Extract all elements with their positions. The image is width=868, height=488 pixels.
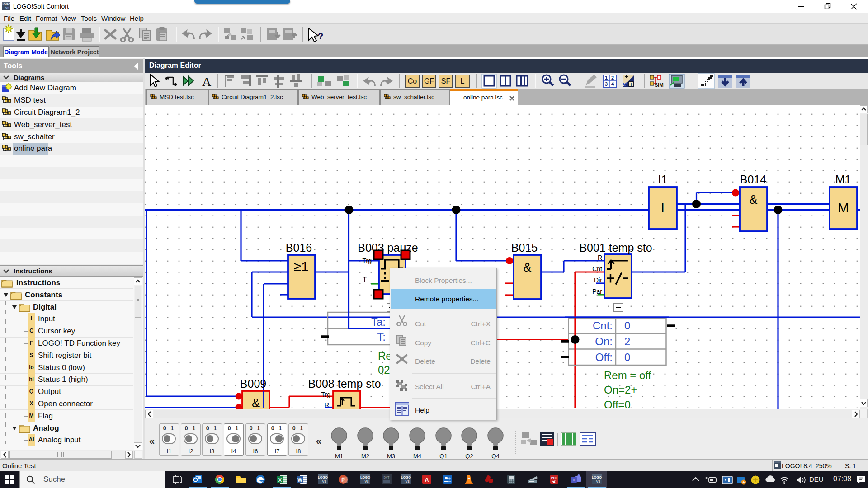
svg-text:4: 4	[611, 81, 614, 87]
svg-text:I: I	[661, 200, 665, 215]
svg-text:LOGO: LOGO	[360, 475, 370, 479]
svg-text:0: 0	[624, 319, 630, 332]
svg-text:Trg: Trg	[363, 257, 372, 264]
svg-text:0: 0	[624, 351, 630, 363]
svg-text:B015: B015	[511, 241, 538, 254]
svg-text:R: R	[325, 401, 329, 408]
svg-text:L: L	[461, 77, 465, 85]
svg-text:≥1: ≥1	[293, 259, 308, 274]
svg-text:V8: V8	[5, 6, 9, 9]
svg-text:V8: V8	[364, 479, 368, 483]
svg-text:2: 2	[624, 335, 630, 347]
svg-text:B009: B009	[240, 377, 266, 390]
svg-text:I: I	[631, 82, 632, 87]
svg-text:&: &	[252, 396, 260, 409]
svg-text:LOGO: LOGO	[592, 475, 602, 479]
svg-text:DVT: DVT	[384, 476, 390, 479]
svg-text:LOGO: LOGO	[318, 475, 328, 479]
svg-text:SF: SF	[441, 77, 451, 85]
svg-text:Rem = off: Rem = off	[604, 369, 651, 381]
svg-text:Par: Par	[592, 288, 602, 295]
svg-text:T:: T:	[377, 331, 386, 343]
svg-text:B014: B014	[740, 173, 766, 186]
svg-text:2: 2	[611, 75, 614, 80]
svg-text:?: ?	[318, 31, 323, 41]
svg-text:R: R	[598, 254, 602, 261]
svg-text:P: P	[341, 477, 345, 483]
svg-text:LOGO: LOGO	[401, 475, 411, 479]
svg-text:LOGO: LOGO	[2, 3, 10, 6]
svg-text:GF: GF	[424, 77, 434, 85]
svg-text:Cnt: Cnt	[592, 265, 602, 272]
svg-text:A: A	[425, 477, 429, 483]
svg-text:I1: I1	[658, 173, 668, 186]
svg-text:W: W	[297, 477, 302, 483]
svg-text:X: X	[278, 477, 282, 483]
svg-text:PDF: PDF	[551, 476, 558, 479]
svg-text:&: &	[749, 193, 757, 206]
svg-text:B008 temp sto: B008 temp sto	[308, 377, 381, 390]
svg-text:V8: V8	[596, 479, 600, 483]
svg-text:B001 temp sto: B001 temp sto	[579, 241, 652, 254]
svg-text:Dir: Dir	[594, 277, 602, 284]
svg-text:V8: V8	[322, 479, 326, 483]
svg-text:V8: V8	[405, 479, 409, 483]
svg-text:Trg: Trg	[321, 391, 330, 398]
svg-text:&: &	[523, 261, 531, 274]
svg-text:On:: On:	[595, 335, 613, 347]
svg-text:M: M	[838, 200, 849, 215]
svg-text:Off:: Off:	[595, 351, 613, 363]
svg-text:3: 3	[605, 81, 608, 87]
svg-text:B016: B016	[286, 241, 312, 254]
svg-text:SIM: SIM	[655, 82, 664, 88]
svg-text:A: A	[202, 75, 212, 89]
svg-text:Cnt:: Cnt:	[593, 319, 613, 332]
svg-text:On=2+: On=2+	[604, 384, 637, 396]
svg-text:M1: M1	[835, 173, 851, 186]
svg-text:Co: Co	[408, 77, 417, 85]
svg-text:Off=0: Off=0	[604, 399, 631, 409]
svg-text:T: T	[363, 275, 367, 283]
svg-text:1: 1	[605, 75, 608, 80]
svg-text:T: T	[573, 477, 576, 482]
